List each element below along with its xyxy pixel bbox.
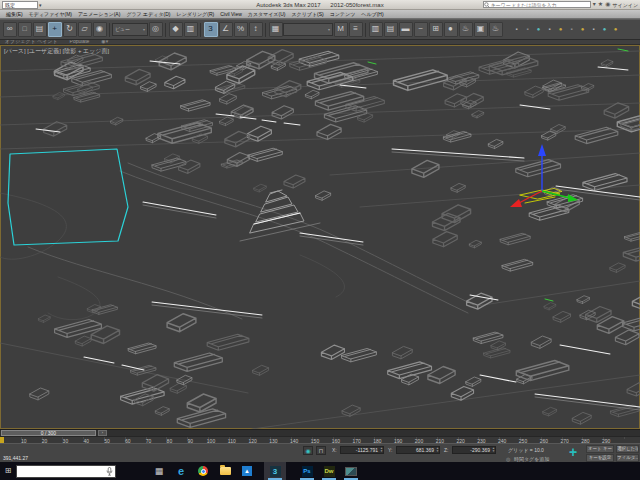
viewport-label[interactable]: [パース] [ユーザ定義] [陰影 + エッジ面] xyxy=(4,47,109,56)
edge-button[interactable]: e xyxy=(170,462,192,480)
isolate-selection-icon[interactable]: ◉ xyxy=(303,446,313,455)
curve-editor-icon[interactable]: ~ xyxy=(414,22,428,37)
extra-tool-icon[interactable]: ▪ xyxy=(513,26,520,33)
angle-snap-icon[interactable]: ∠ xyxy=(219,22,233,37)
selected-spline xyxy=(8,149,128,245)
menu-item-3[interactable]: アニメーション(A) xyxy=(75,10,123,18)
image-viewer-button[interactable] xyxy=(340,462,362,480)
toolbar-separator xyxy=(200,23,201,37)
signin-link[interactable]: サインイン xyxy=(612,2,638,8)
ribbon-toggle-icon[interactable]: ▬ xyxy=(399,22,413,37)
task-view-icon: ▦ xyxy=(155,466,164,476)
selection-region-icon[interactable]: □ xyxy=(18,22,32,37)
y-spinner[interactable]: ▲▼ xyxy=(435,447,439,453)
scene-explorer-icon[interactable]: ▥ xyxy=(369,22,383,37)
user-icon[interactable]: ◉ xyxy=(605,1,610,8)
select-and-manipulate-icon[interactable]: ◆ xyxy=(169,22,183,37)
y-coordinate-field[interactable]: 681.369▲▼ xyxy=(396,446,440,454)
select-and-move-icon[interactable]: + xyxy=(48,22,62,37)
workspace-dropdown-icon[interactable]: ▾ xyxy=(39,2,42,8)
help-search-box[interactable] xyxy=(483,1,591,8)
task-view-button[interactable]: ▦ xyxy=(148,462,170,480)
spinner-snap-icon[interactable]: ↕ xyxy=(249,22,263,37)
extra-tool-icon[interactable]: ● xyxy=(535,26,542,33)
extra-tool-icon[interactable]: ● xyxy=(612,26,619,33)
viewport[interactable]: [パース] [ユーザ定義] [陰影 + エッジ面] xyxy=(0,45,640,429)
3ds-max-icon: 3 xyxy=(270,466,281,477)
x-coordinate-label: X: xyxy=(332,447,337,453)
key-filters-button[interactable]: フィルタ... xyxy=(616,454,639,462)
viewport-navigation-icon[interactable]: + xyxy=(564,445,582,461)
z-coordinate-label: Z: xyxy=(444,447,448,453)
auto-key-button[interactable]: オート キー xyxy=(586,445,614,453)
z-spinner[interactable]: ▲▼ xyxy=(491,447,495,453)
extra-tool-icon[interactable]: ▪ xyxy=(524,26,531,33)
menu-item-10[interactable]: ヘルプ(H) xyxy=(358,10,386,18)
use-pivot-point-icon[interactable]: ◎ xyxy=(149,22,163,37)
toolbar-separator xyxy=(109,23,110,37)
image-thumbnail-icon xyxy=(345,467,357,476)
file-explorer-button[interactable] xyxy=(214,462,236,480)
viewport-scene xyxy=(0,45,640,429)
edit-named-selections-icon[interactable]: ▦ xyxy=(269,22,283,37)
extra-tool-icon[interactable]: ▪ xyxy=(568,26,575,33)
mirror-icon[interactable]: M xyxy=(334,22,348,37)
file-name: 2012-050forest.max xyxy=(330,2,383,8)
menu-item-8[interactable]: スクリプト(S) xyxy=(288,10,326,18)
chrome-icon xyxy=(198,466,208,476)
photos-icon: ▲ xyxy=(242,466,252,476)
select-and-place-icon[interactable]: ◉ xyxy=(93,22,107,37)
schematic-view-icon[interactable]: ⊞ xyxy=(429,22,443,37)
selection-lock-icon[interactable]: ⊓ xyxy=(316,446,326,455)
reference-coordinate-dropdown[interactable]: ビュー▾ xyxy=(112,23,148,36)
help-dropdown-icon[interactable]: ▾ xyxy=(593,1,596,8)
render-setup-icon[interactable]: ♨ xyxy=(459,22,473,37)
chrome-button[interactable] xyxy=(192,462,214,480)
dreamweaver-button[interactable]: Dw xyxy=(318,462,340,480)
extra-tool-icon[interactable]: ● xyxy=(557,26,564,33)
rendered-frame-icon[interactable]: ▣ xyxy=(474,22,488,37)
select-and-link-icon[interactable]: ∞ xyxy=(3,22,17,37)
extra-tool-icon[interactable]: ▪ xyxy=(546,26,553,33)
menu-item-9[interactable]: コンテンツ xyxy=(327,10,359,18)
x-coordinate-field[interactable]: -1125.791▲▼ xyxy=(340,446,384,454)
y-coordinate-label: Y: xyxy=(388,447,392,453)
taskbar-search-box[interactable] xyxy=(16,465,116,478)
photos-button[interactable]: ▲ xyxy=(236,462,258,480)
grid-size-label: グリッド = 10.0 xyxy=(508,447,544,453)
toolbar-separator xyxy=(265,23,266,37)
snaps-toggle-icon[interactable]: 3 xyxy=(204,22,218,37)
z-coordinate-field[interactable]: -290.369▲▼ xyxy=(452,446,496,454)
menu-item-2[interactable]: モディファイヤ(M) xyxy=(26,10,75,18)
render-production-icon[interactable]: ♨ xyxy=(489,22,503,37)
menu-item-7[interactable]: カスタマイズ(U) xyxy=(245,10,289,18)
file-explorer-icon xyxy=(220,467,231,475)
material-editor-icon[interactable]: ● xyxy=(444,22,458,37)
select-by-name-icon[interactable]: ▤ xyxy=(33,22,47,37)
extra-tool-icon[interactable]: ● xyxy=(601,26,608,33)
extra-tool-icon[interactable]: ● xyxy=(579,26,586,33)
menu-item-4[interactable]: グラフ エディタ(D) xyxy=(123,10,173,18)
set-key-button[interactable]: キーを設定 xyxy=(586,454,614,462)
select-and-scale-icon[interactable]: ▱ xyxy=(78,22,92,37)
x-spinner[interactable]: ▲▼ xyxy=(379,447,383,453)
layer-explorer-icon[interactable]: ▤ xyxy=(384,22,398,37)
workspace-selector[interactable]: 既定 xyxy=(2,1,38,9)
favorites-icon[interactable]: ★ xyxy=(598,1,603,8)
selected-items-dropdown[interactable]: 選択した項目 xyxy=(616,445,639,453)
help-search-input[interactable] xyxy=(490,2,590,7)
percent-snap-icon[interactable]: % xyxy=(234,22,248,37)
menu-item-5[interactable]: レンダリング(R) xyxy=(174,10,218,18)
photoshop-button[interactable]: Ps xyxy=(296,462,318,480)
menu-item-6[interactable]: Civil View xyxy=(217,10,245,18)
align-icon[interactable]: ≡ xyxy=(349,22,363,37)
3ds-max-taskbar-button[interactable]: 3 xyxy=(264,462,286,480)
chevron-down-icon: ▾ xyxy=(326,25,330,34)
select-and-rotate-icon[interactable]: ↻ xyxy=(63,22,77,37)
named-selection-dropdown[interactable]: ▾ xyxy=(283,23,333,36)
start-button[interactable]: ⊞ xyxy=(0,462,16,480)
help-search-area: ▾ ★ ◉ サインイン xyxy=(483,1,638,8)
extra-tool-icon[interactable]: ▪ xyxy=(590,26,597,33)
menu-item-1[interactable]: 編集(E) xyxy=(3,10,26,18)
keyboard-override-icon[interactable]: ▥ xyxy=(184,22,198,37)
